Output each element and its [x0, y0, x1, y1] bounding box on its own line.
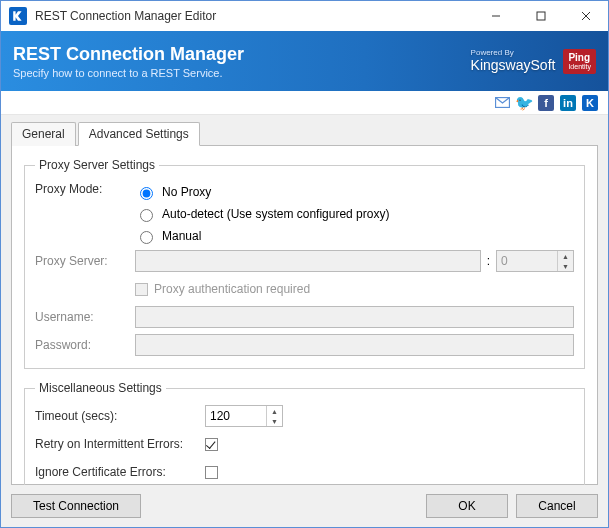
kingswaysoft-logo: Powered By KingswaySoft: [471, 49, 556, 73]
twitter-icon[interactable]: 🐦: [516, 95, 532, 111]
test-connection-button[interactable]: Test Connection: [11, 494, 141, 518]
svg-rect-1: [537, 12, 545, 20]
ok-button[interactable]: OK: [426, 494, 508, 518]
proxy-mode-auto-detect[interactable]: Auto-detect (Use system configured proxy…: [135, 206, 389, 222]
ignore-cert-label: Ignore Certificate Errors:: [35, 465, 205, 479]
proxy-auth-label: Proxy authentication required: [154, 282, 310, 296]
misc-legend: Miscellaneous Settings: [35, 381, 166, 395]
proxy-port-input: [497, 251, 557, 271]
maximize-button[interactable]: [518, 1, 563, 31]
misc-settings-group: Miscellaneous Settings Timeout (secs): ▲…: [24, 381, 585, 496]
proxy-mode-no-proxy[interactable]: No Proxy: [135, 184, 389, 200]
minimize-button[interactable]: [473, 1, 518, 31]
tab-advanced-settings[interactable]: Advanced Settings: [78, 122, 200, 146]
kingsway-icon[interactable]: K: [582, 95, 598, 111]
radio-auto-detect[interactable]: [140, 209, 153, 222]
radio-manual[interactable]: [140, 231, 153, 244]
cancel-button[interactable]: Cancel: [516, 494, 598, 518]
banner-sub: Specify how to connect to a REST Service…: [13, 67, 244, 79]
timeout-input[interactable]: [206, 406, 266, 426]
spin-up-icon[interactable]: ▲: [267, 406, 282, 416]
tab-general[interactable]: General: [11, 122, 76, 146]
proxy-server-input: [135, 250, 481, 272]
username-input: [135, 306, 574, 328]
banner: REST Connection Manager Specify how to c…: [1, 31, 608, 91]
username-label: Username:: [35, 310, 135, 324]
spin-down-icon: ▼: [558, 261, 573, 271]
facebook-icon[interactable]: f: [538, 95, 554, 111]
linkedin-icon[interactable]: in: [560, 95, 576, 111]
footer: Test Connection OK Cancel: [1, 485, 608, 527]
port-separator: :: [487, 254, 490, 268]
proxy-auth-checkbox: [135, 283, 148, 296]
proxy-port-spinbox: ▲▼: [496, 250, 574, 272]
timeout-label: Timeout (secs):: [35, 409, 205, 423]
spin-up-icon: ▲: [558, 251, 573, 261]
password-label: Password:: [35, 338, 135, 352]
proxy-mode-label: Proxy Mode:: [35, 182, 135, 196]
proxy-server-label: Proxy Server:: [35, 254, 135, 268]
content-area: General Advanced Settings Proxy Server S…: [1, 115, 608, 485]
banner-heading: REST Connection Manager: [13, 44, 244, 65]
retry-checkbox[interactable]: [205, 438, 218, 451]
password-input: [135, 334, 574, 356]
social-row: 🐦 f in K: [1, 91, 608, 115]
proxy-mode-manual[interactable]: Manual: [135, 228, 389, 244]
timeout-spinbox[interactable]: ▲▼: [205, 405, 283, 427]
retry-label: Retry on Intermittent Errors:: [35, 437, 205, 451]
spin-down-icon[interactable]: ▼: [267, 416, 282, 426]
window-title: REST Connection Manager Editor: [35, 9, 473, 23]
title-bar: REST Connection Manager Editor: [1, 1, 608, 31]
tab-panel: Proxy Server Settings Proxy Mode: No Pro…: [11, 145, 598, 485]
proxy-settings-group: Proxy Server Settings Proxy Mode: No Pro…: [24, 158, 585, 369]
ping-identity-logo: PingIdentity: [563, 49, 596, 74]
radio-no-proxy[interactable]: [140, 187, 153, 200]
ignore-cert-checkbox[interactable]: [205, 466, 218, 479]
app-icon: [9, 7, 27, 25]
proxy-legend: Proxy Server Settings: [35, 158, 159, 172]
mail-icon[interactable]: [494, 95, 510, 111]
close-button[interactable]: [563, 1, 608, 31]
